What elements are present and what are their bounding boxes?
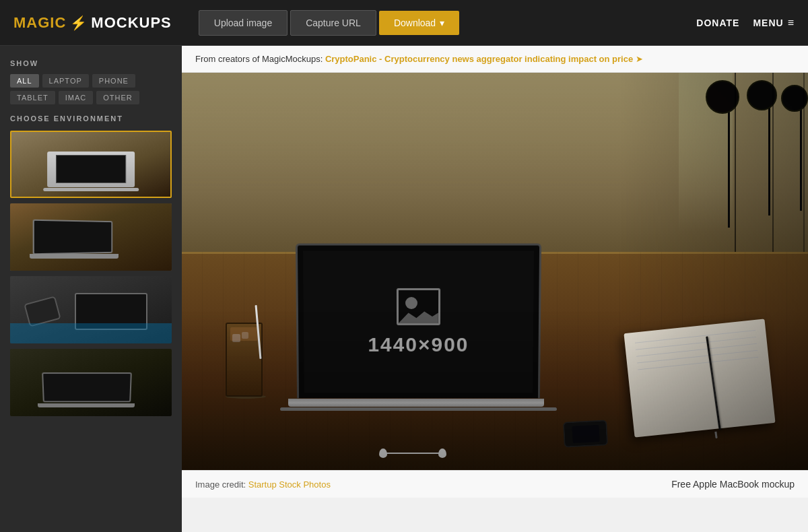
credit-link[interactable]: Startup Stock Photos	[248, 479, 331, 490]
sidebar: SHOW ALL LAPTOP PHONE TABLET IMAC OTHER …	[0, 46, 182, 532]
promo-banner: From creators of MagicMockups: CryptoPan…	[182, 46, 808, 73]
capture-url-button[interactable]: Capture URL	[290, 10, 376, 36]
notebook	[624, 319, 776, 437]
logo-mockups-text: MOCKUPS	[91, 14, 171, 32]
donate-link[interactable]: DONATE	[696, 18, 739, 28]
laptop-screen: 1440×900	[296, 243, 541, 398]
cafe-scene: 1440×900	[182, 73, 808, 470]
credit-prefix: Image credit:	[195, 479, 248, 490]
promo-arrow-icon: ➤	[636, 54, 643, 64]
filter-tablet[interactable]: TABLET	[10, 91, 55, 104]
download-label: Download	[394, 18, 436, 28]
environment-thumbnail-2[interactable]	[10, 203, 172, 271]
mockup-container: 1440×900	[182, 73, 808, 532]
environment-thumbnail-4[interactable]	[10, 349, 172, 416]
earphones	[382, 453, 443, 454]
header-right: DONATE MENU ≡	[696, 17, 795, 29]
main-content: From creators of MagicMockups: CryptoPan…	[182, 46, 808, 532]
logo: MAGIC ⚡ MOCKUPS	[13, 14, 172, 32]
environment-section-title: CHOOSE ENVIRONMENT	[10, 114, 172, 123]
environment-thumbnail-1[interactable]	[10, 131, 172, 198]
phone	[563, 420, 608, 447]
main-layout: SHOW ALL LAPTOP PHONE TABLET IMAC OTHER …	[0, 46, 808, 532]
filter-other[interactable]: OTHER	[96, 91, 139, 104]
filter-all[interactable]: ALL	[10, 74, 39, 88]
laptop-base	[288, 399, 545, 407]
environment-thumbnail-3[interactable]	[10, 276, 172, 343]
upload-image-button[interactable]: Upload image	[199, 10, 288, 36]
app-header: MAGIC ⚡ MOCKUPS Upload image Capture URL…	[0, 0, 808, 46]
logo-magic-text: MAGIC	[13, 14, 66, 32]
image-credit: Image credit: Startup Stock Photos	[195, 479, 331, 490]
show-section-title: SHOW	[10, 59, 172, 67]
filter-buttons: ALL LAPTOP PHONE TABLET IMAC OTHER	[10, 74, 172, 104]
hamburger-icon: ≡	[788, 17, 795, 29]
filter-laptop[interactable]: LAPTOP	[42, 74, 89, 88]
mockup-name-label: Free Apple MacBook mockup	[671, 479, 795, 490]
environment-thumbnails	[10, 131, 172, 416]
dimensions-text: 1440×900	[368, 333, 469, 356]
download-arrow-icon: ▾	[440, 18, 444, 28]
mockup-footer: Image credit: Startup Stock Photos Free …	[182, 470, 808, 498]
lightning-icon: ⚡	[70, 15, 87, 31]
promo-link[interactable]: CryptoPanic - Cryptocurrency news aggreg…	[325, 54, 633, 64]
mockup-image: 1440×900	[182, 73, 808, 470]
menu-label: MENU	[753, 18, 783, 28]
promo-prefix: From creators of MagicMockups:	[195, 54, 325, 64]
laptop-hinge	[280, 407, 557, 411]
iced-drink	[226, 323, 269, 399]
screen-display: 1440×900	[303, 251, 534, 393]
menu-button[interactable]: MENU ≡	[753, 17, 795, 29]
filter-imac[interactable]: IMAC	[59, 91, 94, 104]
laptop: 1440×900	[276, 244, 683, 411]
placeholder-icon	[396, 288, 440, 325]
filter-phone[interactable]: PHONE	[92, 74, 135, 88]
download-button[interactable]: Download ▾	[379, 11, 459, 35]
header-actions: Upload image Capture URL Download ▾	[199, 10, 697, 36]
